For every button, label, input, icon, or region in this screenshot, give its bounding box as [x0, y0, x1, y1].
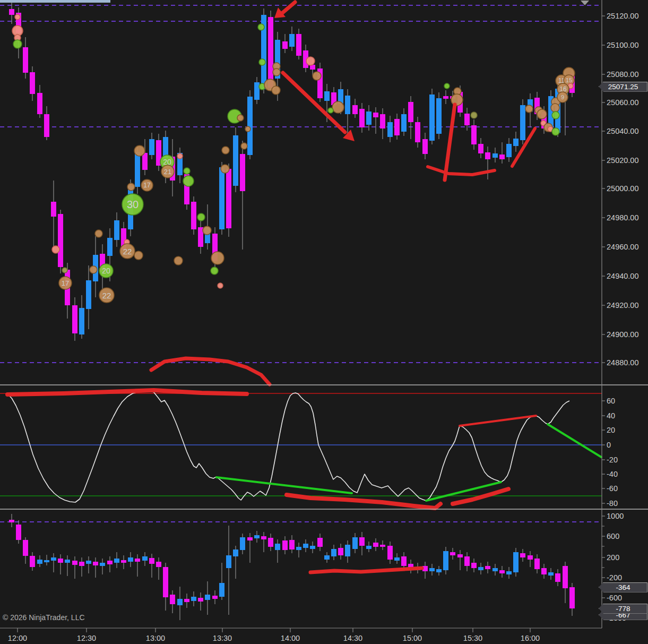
delta-candle — [100, 563, 105, 566]
delta-candle — [541, 568, 547, 574]
order-flow-bubble — [552, 111, 559, 119]
delta-candle — [9, 520, 14, 522]
delta-candle — [443, 551, 448, 570]
drawn-red-arrow-shaft[interactable] — [281, 2, 295, 14]
delta-candle — [163, 567, 168, 597]
order-flow-bubble — [13, 40, 22, 48]
order-flow-bubble — [134, 251, 143, 260]
delta-candle — [114, 559, 119, 563]
price-candle — [149, 139, 154, 155]
delta-candle — [240, 537, 245, 550]
bubble-count-label: 17 — [143, 182, 151, 189]
delta-candle — [548, 572, 554, 576]
axis-label: 24980.00 — [607, 213, 638, 222]
delta-candle — [408, 564, 413, 567]
chevron-down-icon[interactable] — [581, 1, 589, 5]
axis-label: 24900.00 — [607, 330, 638, 339]
price-candle — [58, 214, 63, 267]
axis-label: 24940.00 — [607, 272, 638, 280]
delta-candle — [282, 540, 288, 550]
price-candle — [51, 202, 56, 217]
delta-candle — [555, 573, 560, 582]
axis-label: -600 — [607, 594, 622, 602]
price-candle — [478, 144, 483, 153]
price-candle — [268, 17, 273, 88]
delta-candle — [86, 561, 91, 564]
order-flow-bubble — [313, 72, 321, 80]
axis-label: 25000.00 — [607, 184, 638, 193]
price-candle — [142, 153, 148, 170]
drawn-green-trendline[interactable] — [217, 477, 352, 493]
order-flow-bubble — [203, 226, 211, 235]
drawn-green-trendline[interactable] — [548, 424, 601, 457]
annotations-layer[interactable] — [7, 2, 601, 572]
axis-label: 25100.00 — [607, 41, 638, 49]
order-flow-bubble — [525, 105, 533, 113]
price-candle — [513, 139, 519, 146]
price-candle — [37, 93, 42, 114]
drawn-red-freehand[interactable] — [287, 495, 440, 508]
order-flow-bubble — [134, 145, 145, 156]
delta-candle — [569, 587, 575, 608]
price-candle — [464, 114, 470, 125]
delta-candle — [345, 545, 350, 556]
order-flow-bubble — [328, 108, 333, 113]
price-candle — [352, 105, 358, 114]
axis-label: 24880.00 — [607, 358, 638, 367]
delta-candle — [275, 544, 280, 550]
time-axis[interactable]: 12:0012:3013:0013:3014:0014:3015:0015:30… — [8, 628, 540, 642]
time-label: 14:30 — [343, 634, 362, 642]
bubble-count-label: 15 — [566, 77, 572, 83]
order-flow-bubble — [444, 83, 450, 89]
delta-candle — [212, 596, 218, 599]
order-flow-bubble — [451, 94, 463, 106]
delta-candle — [401, 556, 407, 566]
delta-candle — [485, 566, 490, 569]
price-candle — [240, 154, 245, 191]
delta-candle — [506, 571, 512, 574]
axis-label: 25060.00 — [607, 98, 638, 107]
price-candle — [359, 109, 365, 127]
price-candle — [219, 167, 224, 229]
delta-marker--364: -364 — [599, 582, 647, 593]
delta-panel[interactable] — [0, 514, 600, 620]
delta-candle — [331, 549, 336, 556]
drawn-red-freehand[interactable] — [310, 568, 422, 572]
delta-candle — [30, 556, 35, 567]
order-flow-bubble — [211, 252, 224, 264]
delta-candle — [268, 538, 273, 547]
delta-candle — [310, 546, 315, 549]
value-axis[interactable]: 25120.0025100.0025080.0025060.0025040.00… — [602, 12, 638, 622]
delta-candle — [317, 538, 323, 547]
delta-candle — [135, 559, 140, 562]
price-candle — [394, 119, 400, 135]
price-candle — [408, 102, 413, 122]
drawn-red-freehand[interactable] — [428, 167, 495, 175]
delta-candle — [436, 569, 442, 572]
delta-candle — [177, 599, 183, 605]
delta-candle — [373, 543, 378, 547]
delta-candle — [450, 552, 455, 555]
indicator-panel[interactable] — [0, 391, 602, 502]
delta-candle — [366, 546, 371, 549]
delta-candle — [79, 562, 84, 566]
delta-candle — [563, 566, 568, 588]
drawn-red-freehand[interactable] — [7, 390, 247, 394]
order-flow-bubble — [258, 24, 264, 30]
time-label: 12:00 — [8, 634, 27, 642]
delta-candle — [303, 544, 308, 548]
order-flow-bubble — [218, 283, 223, 288]
delta-candle — [261, 536, 266, 539]
order-flow-bubble — [95, 230, 102, 237]
delta-candle — [499, 570, 505, 573]
price-candle — [114, 220, 119, 240]
price-panel[interactable]: 17202222173020211115169 — [0, 1, 600, 363]
axis-label: 20 — [607, 426, 615, 434]
drawn-red-freehand[interactable] — [445, 105, 455, 180]
delta-candle — [107, 561, 113, 564]
delta-candle — [149, 558, 154, 564]
axis-label: -60 — [607, 484, 618, 493]
chart-canvas[interactable]: 17202222173020211115169 25120.0025100.00… — [0, 0, 648, 644]
delta-candle — [142, 556, 148, 561]
scrollbar-thumb[interactable] — [0, 0, 110, 3]
